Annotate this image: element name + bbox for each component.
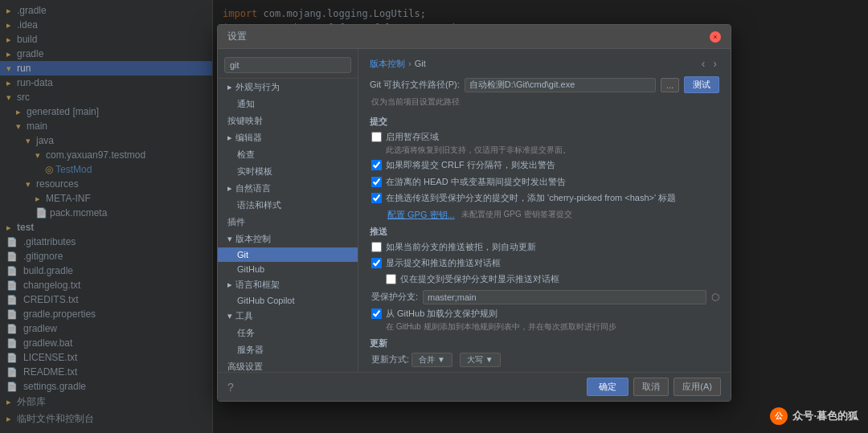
ok-button[interactable]: 确定 bbox=[587, 378, 628, 396]
gpg-label[interactable]: 配置 GPG 密钥... bbox=[387, 209, 455, 221]
sidebar-search-input[interactable] bbox=[224, 57, 351, 73]
checkbox-crlf-label: 如果即将提交 CRLF 行分隔符，则发出警告 bbox=[386, 159, 555, 171]
sidebar-item-editor[interactable]: ▸ 编辑器 bbox=[218, 129, 358, 146]
update-merge-dropdown[interactable]: 合并 ▼ bbox=[411, 353, 452, 367]
cancel-button[interactable]: 取消 bbox=[633, 378, 669, 396]
sidebar-item-appearance[interactable]: ▸ 外观与行为 bbox=[218, 79, 358, 96]
update-option-dropdown[interactable]: 大写 ▼ bbox=[460, 353, 501, 367]
settings-sidebar: ▸ 外观与行为 通知 按键映射 ▸ 编辑器 检查 实时模板 ▸ 自然语言 语法和… bbox=[218, 49, 358, 372]
sidebar-item-git[interactable]: Git bbox=[218, 247, 358, 262]
checkbox-cherry-row: 在挑选传送到受保护分支的提交时，添加 'cherry-picked from <… bbox=[370, 192, 719, 204]
help-button[interactable]: ? bbox=[227, 381, 234, 394]
sidebar-item-notifications[interactable]: 通知 bbox=[218, 96, 358, 112]
sidebar-item-livetpl[interactable]: 实时模板 bbox=[218, 163, 358, 180]
push-checkbox3-row: 仅在提交到受保护分支时显示推送对话框 bbox=[370, 273, 719, 285]
checkbox-crlf[interactable] bbox=[371, 160, 382, 170]
sidebar-item-naturallang[interactable]: ▸ 自然语言 bbox=[218, 180, 358, 197]
checkbox-staging-label: 启用暂存区域 bbox=[386, 131, 439, 143]
sidebar-item-servers[interactable]: 服务器 bbox=[218, 341, 358, 358]
sidebar-item-tools[interactable]: ▾ 工具 bbox=[218, 308, 358, 325]
gpg-hint: 未配置使用 GPG 密钥签署提交 bbox=[461, 209, 572, 220]
push-checkbox1[interactable] bbox=[371, 242, 382, 252]
git-path-label: Git 可执行文件路径(P): bbox=[370, 79, 460, 91]
nav-arrows: ‹ › bbox=[699, 57, 719, 70]
checkbox-staging[interactable] bbox=[371, 132, 382, 142]
section-update: 更新 bbox=[370, 337, 719, 349]
checkbox-cherry-label: 在挑选传送到受保护分支的提交时，添加 'cherry-picked from <… bbox=[386, 192, 676, 204]
push-checkbox3-label: 仅在提交到受保护分支时显示推送对话框 bbox=[400, 273, 559, 285]
nav-forward-button[interactable]: › bbox=[710, 57, 719, 70]
checkbox-staging-hint: 此选项将恢复到旧支持，仅适用于非标准提交界面。 bbox=[370, 145, 719, 156]
sidebar-item-grammar[interactable]: 语法和样式 bbox=[218, 197, 358, 214]
checkbox-crlf-row: 如果即将提交 CRLF 行分隔符，则发出警告 bbox=[370, 159, 719, 171]
sidebar-item-vcs[interactable]: ▾ 版本控制 bbox=[218, 231, 358, 247]
push-checkbox2-row: 显示提交和推送的推送对话框 bbox=[370, 257, 719, 269]
sidebar-item-github-copilot[interactable]: GitHub Copilot bbox=[218, 293, 358, 308]
git-path-row: Git 可执行文件路径(P): ... 测试 bbox=[370, 76, 719, 93]
checkbox-head-label: 在游离的 HEAD 中或变基期间提交时发出警告 bbox=[386, 176, 566, 188]
github-branch-checkbox[interactable] bbox=[371, 308, 382, 319]
git-browse-button[interactable]: ... bbox=[661, 78, 679, 92]
update-row: 更新方式: 合并 ▼ 大写 ▼ bbox=[370, 353, 719, 367]
push-checkbox1-row: 如果当前分支的推送被拒，则自动更新 bbox=[370, 241, 719, 253]
dialog-title: 设置 bbox=[227, 30, 247, 43]
protected-expand-button[interactable]: ⬡ bbox=[711, 292, 719, 303]
watermark-text: 众号·暮色的狐 bbox=[792, 409, 858, 423]
breadcrumb: 版本控制 › Git ‹ › bbox=[370, 57, 719, 70]
breadcrumb-parent[interactable]: 版本控制 bbox=[370, 58, 405, 70]
github-branch-label: 从 GitHub 加载分支保护规则 bbox=[386, 308, 497, 320]
watermark: 公 众号·暮色的狐 bbox=[770, 407, 858, 425]
breadcrumb-current: Git bbox=[415, 59, 426, 68]
close-button[interactable]: × bbox=[710, 31, 721, 43]
sidebar-item-keymap[interactable]: 按键映射 bbox=[218, 112, 358, 129]
push-checkbox2-label: 显示提交和推送的推送对话框 bbox=[386, 257, 501, 269]
protected-branch-row: 受保护分支: ⬡ bbox=[370, 290, 719, 304]
section-commit: 提交 bbox=[370, 116, 719, 128]
breadcrumb-separator: › bbox=[408, 59, 411, 68]
git-path-input[interactable] bbox=[465, 78, 656, 92]
github-branch-hint: 在 GitHub 规则添加到本地规则列表中，并在每次抓取时进行同步 bbox=[370, 321, 719, 333]
push-checkbox3[interactable] bbox=[386, 274, 396, 284]
protected-branch-input[interactable] bbox=[423, 290, 706, 304]
protected-label: 受保护分支: bbox=[371, 291, 418, 303]
sidebar-search-container bbox=[218, 52, 358, 79]
sidebar-item-inspection[interactable]: 检查 bbox=[218, 146, 358, 163]
push-checkbox1-label: 如果当前分支的推送被拒，则自动更新 bbox=[386, 241, 536, 253]
sidebar-item-tasks[interactable]: 任务 bbox=[218, 325, 358, 341]
apply-button[interactable]: 应用(A) bbox=[674, 378, 721, 396]
checkbox-head[interactable] bbox=[371, 177, 382, 187]
push-checkbox2[interactable] bbox=[371, 258, 382, 268]
checkbox-cherry[interactable] bbox=[371, 193, 382, 203]
github-branch-row: 从 GitHub 加载分支保护规则 bbox=[370, 308, 719, 320]
settings-dialog: 设置 × ▸ 外观与行为 通知 按键映射 ▸ 编辑器 检查 实时模板 ▸ bbox=[217, 24, 731, 402]
checkbox-staging-row: 启用暂存区域 bbox=[370, 131, 719, 143]
git-test-button[interactable]: 测试 bbox=[684, 76, 719, 93]
sidebar-item-plugins[interactable]: 插件 bbox=[218, 214, 358, 231]
footer-buttons: 确定 取消 应用(A) bbox=[587, 378, 721, 396]
gpg-row: 配置 GPG 密钥... 未配置使用 GPG 密钥签署提交 bbox=[370, 209, 719, 221]
sidebar-item-advanced[interactable]: 高级设置 bbox=[218, 358, 358, 372]
git-hint: 仅为当前项目设置此路径 bbox=[370, 96, 719, 108]
checkbox-head-row: 在游离的 HEAD 中或变基期间提交时发出警告 bbox=[370, 176, 719, 188]
dialog-body: ▸ 外观与行为 通知 按键映射 ▸ 编辑器 检查 实时模板 ▸ 自然语言 语法和… bbox=[218, 49, 731, 372]
sidebar-item-github[interactable]: GitHub bbox=[218, 262, 358, 276]
dialog-titlebar: 设置 × bbox=[218, 25, 731, 49]
watermark-icon: 公 bbox=[770, 407, 788, 425]
dialog-footer: ? 确定 取消 应用(A) bbox=[218, 372, 731, 401]
nav-back-button[interactable]: ‹ bbox=[699, 57, 708, 70]
section-push: 推送 bbox=[370, 226, 719, 238]
settings-content: 版本控制 › Git ‹ › Git 可执行文件路径(P): ... 测试 仅为… bbox=[358, 49, 731, 372]
sidebar-item-lang-frameworks[interactable]: ▸ 语言和框架 bbox=[218, 276, 358, 293]
